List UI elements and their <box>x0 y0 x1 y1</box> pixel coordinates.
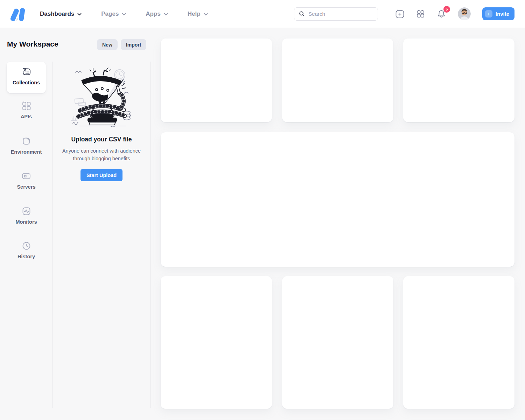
chevron-down-icon <box>204 13 208 16</box>
notification-badge: 5 <box>443 6 450 13</box>
placeholder-card <box>282 276 393 409</box>
placeholder-card <box>403 276 514 409</box>
sidebar-item-environment[interactable]: Environment <box>7 136 46 155</box>
chevron-down-icon <box>77 13 82 16</box>
monitors-icon <box>7 206 46 216</box>
divider <box>150 62 151 408</box>
invite-button[interactable]: + Invite <box>482 7 514 20</box>
placeholder-card <box>161 276 272 409</box>
placeholder-card <box>282 38 393 122</box>
new-button[interactable]: New <box>97 39 118 50</box>
brand-logo-icon[interactable] <box>10 6 26 22</box>
sidebar-item-label: Monitors <box>7 219 46 225</box>
header-actions: 5 + Invite <box>294 7 514 21</box>
workspace-buttons: New Import <box>97 39 146 50</box>
sidebar-item-monitors[interactable]: Monitors <box>7 206 46 225</box>
sidebar-item-collections[interactable]: Collections <box>7 62 46 93</box>
search-box[interactable] <box>294 7 378 21</box>
placeholder-card <box>403 38 514 122</box>
hourglass-character-illustration <box>70 67 133 130</box>
nav-apps-label: Apps <box>146 10 161 18</box>
top-navbar: Dashboards Pages Apps Help <box>0 0 525 28</box>
sidebar-item-apis[interactable]: APIs <box>7 101 46 119</box>
import-button[interactable]: Import <box>121 39 147 50</box>
sidebar-item-label: Environment <box>7 149 46 155</box>
nav-apps[interactable]: Apps <box>146 10 168 18</box>
upload-panel: Upload your CSV file Anyone can connect … <box>52 67 150 181</box>
environment-icon <box>7 136 46 146</box>
main-nav: Dashboards Pages Apps Help <box>40 10 208 18</box>
page-title: My Workspace <box>7 40 58 48</box>
chevron-down-icon <box>164 13 168 16</box>
upload-description: Anyone can connect with audience through… <box>59 147 144 162</box>
placeholder-card-wide <box>161 132 514 267</box>
notifications-button[interactable]: 5 <box>436 9 446 19</box>
nav-dashboards-label: Dashboards <box>40 10 74 18</box>
search-input[interactable] <box>308 11 373 17</box>
apis-icon <box>7 101 46 111</box>
sidebar-item-label: History <box>7 254 46 259</box>
search-icon <box>299 10 305 17</box>
nav-pages-label: Pages <box>101 10 119 18</box>
avatar[interactable] <box>458 7 471 20</box>
apps-grid-icon[interactable] <box>416 9 425 18</box>
sidebar-item-label: Servers <box>7 184 46 190</box>
sidebar-item-label: APIs <box>7 114 46 119</box>
sidebar-item-history[interactable]: History <box>7 241 46 259</box>
upload-title: Upload your CSV file <box>52 136 150 143</box>
start-upload-button[interactable]: Start Upload <box>80 169 122 181</box>
placeholder-card <box>161 38 272 122</box>
chevron-down-icon <box>122 13 126 16</box>
servers-icon <box>7 171 46 181</box>
collections-icon <box>7 67 46 77</box>
add-square-icon[interactable] <box>395 9 405 19</box>
nav-help-label: Help <box>188 10 201 18</box>
plus-icon: + <box>485 10 492 18</box>
history-icon <box>7 241 46 251</box>
sidebar-item-label: Collections <box>7 80 46 85</box>
invite-label: Invite <box>496 11 509 17</box>
nav-dashboards[interactable]: Dashboards <box>40 10 82 18</box>
nav-help[interactable]: Help <box>188 10 208 18</box>
nav-pages[interactable]: Pages <box>101 10 126 18</box>
sidebar-item-servers[interactable]: Servers <box>7 171 46 190</box>
